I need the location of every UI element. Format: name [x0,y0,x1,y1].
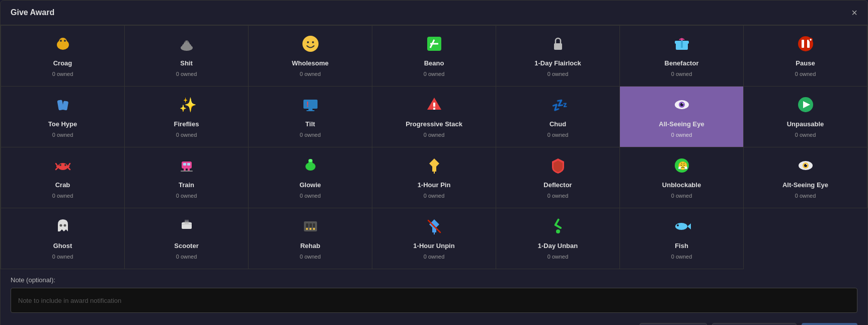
give-award-button[interactable]: Give Award [802,323,857,325]
award-name-1day-unban: 1-Day Unban [538,242,578,250]
award-cell-ghost[interactable]: Ghost0 owned [1,208,125,269]
award-icon-1hour-unpin [425,217,443,238]
award-cell-chud[interactable]: 💤Chud0 owned [496,87,620,147]
buy-with-coins-button[interactable]: Buy with coins [640,323,707,325]
award-icon-fish [673,217,691,238]
award-owned-deflector: 0 owned [547,193,569,199]
svg-point-43 [58,163,68,170]
award-cell-unpausable[interactable]: Unpausable0 owned [744,87,867,147]
award-owned-progressive-stack: 0 owned [424,132,445,138]
svg-point-70 [63,224,66,227]
award-owned-chud: 0 owned [547,132,569,138]
award-cell-alt-seeing-eye[interactable]: Alt-Seeing Eye0 owned [744,147,867,208]
award-cell-train[interactable]: Train0 owned [125,147,249,208]
award-icon-ghost [54,217,72,238]
svg-point-8 [185,41,186,42]
svg-rect-35 [433,108,435,110]
award-owned-alt-seeing-eye: 0 owned [795,193,816,199]
svg-point-2 [60,40,62,42]
award-cell-scooter[interactable]: Scooter0 owned [125,208,249,269]
award-owned-crab: 0 owned [52,193,73,199]
award-cell-rehab[interactable]: Rehab0 owned [249,208,372,269]
award-cell-glowie[interactable]: Glowie0 owned [249,147,372,208]
note-label: Note (optional): [11,276,857,284]
award-icon-pause [797,35,815,55]
award-cell-progressive-stack[interactable]: Progressive Stack0 owned [372,87,496,147]
award-icon-toe-hype [54,96,72,116]
award-owned-train: 0 owned [176,193,197,199]
note-section: Note (optional): [1,269,867,318]
svg-point-1 [59,38,67,46]
svg-rect-54 [188,169,190,171]
svg-text:💤: 💤 [551,97,567,113]
award-icon-benefactor [673,35,691,55]
award-name-fireflies: Fireflies [174,120,199,128]
buy-with-marseybux-button[interactable]: Buy with marseybux [712,323,797,325]
award-cell-unblockable[interactable]: 😤Unblockable0 owned [620,147,744,208]
close-button[interactable]: × [851,8,857,18]
svg-rect-53 [184,169,186,171]
award-owned-1hour-pin: 0 owned [424,193,445,199]
award-cell-1day-flairlock[interactable]: 1-Day Flairlock0 owned [496,26,620,87]
award-owned-all-seeing-eye: 0 owned [671,132,692,138]
svg-point-3 [64,40,66,42]
svg-point-11 [307,41,309,43]
award-owned-toe-hype: 0 owned [52,132,73,138]
award-owned-unblockable: 0 owned [671,193,692,199]
award-owned-wholesome: 0 owned [300,71,321,77]
award-name-beano: Beano [424,59,444,67]
award-icon-croag [54,35,72,55]
award-cell-shit[interactable]: Shit0 owned [125,26,249,87]
svg-rect-30 [308,109,312,110]
svg-text:!: ! [306,100,309,108]
svg-point-80 [306,228,308,230]
award-icon-chud: 💤 [549,96,567,116]
award-cell-toe-hype[interactable]: Toe Hype0 owned [1,87,125,147]
award-cell-wholesome[interactable]: Wholesome0 owned [249,26,372,87]
svg-point-44 [59,164,61,166]
award-cell-fish[interactable]: Fish0 owned [620,208,744,269]
award-cell-1hour-unpin[interactable]: 1-Hour Unpin0 owned [372,208,496,269]
award-cell-benefactor[interactable]: Benefactor0 owned [620,26,744,87]
award-cell-crab[interactable]: Crab0 owned [1,147,125,208]
award-icon-train [178,156,196,177]
award-name-1hour-pin: 1-Hour Pin [418,181,451,189]
award-cell-tilt[interactable]: !Tilt0 owned [249,87,372,147]
award-icon-deflector [549,156,567,177]
note-input[interactable] [11,288,857,313]
svg-point-81 [309,228,311,230]
award-name-rehab: Rehab [300,242,321,250]
award-cell-1day-unban[interactable]: 1-Day Unban0 owned [496,208,620,269]
award-cell-deflector[interactable]: Deflector0 owned [496,147,620,208]
award-cell-beano[interactable]: Beano0 owned [372,26,496,87]
awards-grid: Croag0 ownedShit0 ownedWholesome0 ownedB… [1,25,867,269]
svg-rect-19 [681,40,683,48]
svg-line-51 [67,167,69,167]
award-name-glowie: Glowie [299,181,321,189]
award-owned-rehab: 0 owned [300,254,321,260]
award-cell-fireflies[interactable]: ✨Fireflies0 owned [125,87,249,147]
award-icon-progressive-stack [425,96,443,116]
svg-point-10 [302,36,319,52]
svg-point-91 [677,224,679,226]
award-cell-all-seeing-eye[interactable]: All-Seeing Eye0 owned [620,87,744,147]
svg-point-40 [682,103,683,104]
svg-rect-56 [183,163,186,166]
award-icon-unblockable: 😤 [673,156,691,177]
svg-line-50 [57,167,59,167]
award-cell-1hour-pin[interactable]: 1-Hour Pin0 owned [372,147,496,208]
award-cell-croag[interactable]: Croag0 owned [1,26,125,87]
award-owned-shit: 0 owned [176,71,197,77]
svg-text:✨: ✨ [179,97,196,113]
award-cell-pause[interactable]: Pause0 owned [744,26,867,87]
award-icon-1hour-pin [425,156,443,177]
svg-point-45 [64,164,66,166]
award-owned-fish: 0 owned [671,254,692,260]
modal-footer: Buy with coins Buy with marseybux Give A… [1,318,867,325]
svg-rect-21 [802,40,804,48]
svg-point-68 [806,164,807,165]
award-name-benefactor: Benefactor [665,59,699,67]
award-name-shit: Shit [180,59,193,67]
award-owned-scooter: 0 owned [176,254,197,260]
award-owned-beano: 0 owned [424,71,445,77]
